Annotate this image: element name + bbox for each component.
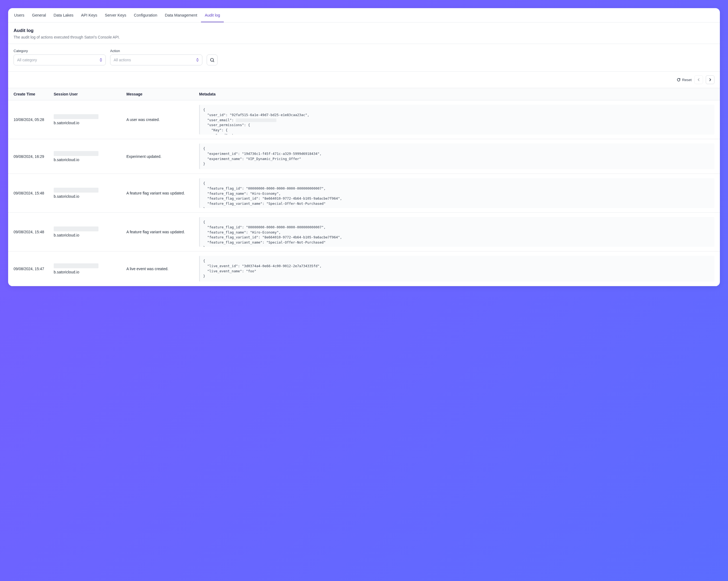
user-domain: b.satoricloud.io: [54, 158, 79, 162]
refresh-icon: [677, 78, 680, 82]
category-label: Category: [14, 49, 106, 53]
table-row: 10/08/2024, 05:28 b.satoricloud.io A use…: [8, 100, 720, 139]
tab-bar: Users General Data Lakes API Keys Server…: [8, 8, 720, 23]
redacted-value: [236, 118, 277, 122]
category-select[interactable]: All category: [14, 54, 106, 65]
table-row: 09/08/2024, 15:48 b.satoricloud.io A fea…: [8, 174, 720, 213]
cell-message: A live event was created.: [126, 267, 197, 271]
cell-metadata: { "live_event_id": "3d0374a4-0e66-4c00-9…: [199, 256, 714, 282]
cell-metadata: { "experiment_id": "19d736c1-f45f-471c-a…: [199, 143, 714, 169]
main-card: Users General Data Lakes API Keys Server…: [8, 8, 720, 286]
tab-configuration[interactable]: Configuration: [130, 8, 161, 22]
tab-data-management[interactable]: Data Management: [161, 8, 201, 22]
cell-metadata: { "feature_flag_id": "00000000-0000-0000…: [199, 178, 714, 208]
user-domain: b.satoricloud.io: [54, 121, 79, 125]
redacted-user: [54, 114, 99, 119]
chevron-updown-icon: [100, 58, 102, 62]
filter-bar: Category All category Action All actions: [8, 44, 720, 72]
col-session-user: Session User: [54, 92, 124, 96]
cell-create-time: 09/08/2024, 15:48: [14, 230, 52, 234]
chevron-updown-icon: [196, 58, 199, 62]
col-metadata: Metadata: [199, 92, 714, 96]
redacted-user: [54, 188, 99, 192]
chevron-left-icon: [697, 78, 700, 81]
cell-message: A user was created.: [126, 117, 197, 122]
redacted-user: [54, 263, 99, 268]
tab-general[interactable]: General: [28, 8, 50, 22]
tab-server-keys[interactable]: Server Keys: [101, 8, 130, 22]
cell-message: Experiment updated.: [126, 154, 197, 159]
cell-session-user: b.satoricloud.io: [54, 114, 124, 125]
tab-api-keys[interactable]: API Keys: [77, 8, 101, 22]
cell-create-time: 09/08/2024, 15:47: [14, 267, 52, 271]
cell-message: A feature flag variant was updated.: [126, 191, 197, 195]
redacted-user: [54, 151, 99, 156]
cell-message: A feature flag variant was updated.: [126, 230, 197, 234]
action-select[interactable]: All actions: [110, 54, 202, 65]
category-filter-group: Category All category: [14, 49, 106, 65]
cell-create-time: 09/08/2024, 16:29: [14, 154, 52, 159]
table-header: Create Time Session User Message Metadat…: [8, 88, 720, 100]
search-button[interactable]: [207, 54, 217, 65]
user-domain: b.satoricloud.io: [54, 233, 79, 237]
prev-page-button[interactable]: [694, 75, 703, 84]
action-label: Action: [110, 49, 202, 53]
table-row: 09/08/2024, 16:29 b.satoricloud.io Exper…: [8, 139, 720, 174]
category-placeholder: All category: [17, 58, 37, 62]
table-toolbar: Reset: [8, 72, 720, 88]
user-domain: b.satoricloud.io: [54, 270, 79, 274]
user-domain: b.satoricloud.io: [54, 194, 79, 199]
redacted-user: [54, 227, 99, 231]
tab-data-lakes[interactable]: Data Lakes: [50, 8, 77, 22]
cell-session-user: b.satoricloud.io: [54, 263, 124, 274]
col-create-time: Create Time: [14, 92, 52, 96]
col-message: Message: [126, 92, 197, 96]
cell-session-user: b.satoricloud.io: [54, 188, 124, 199]
cell-metadata: { "feature_flag_id": "00000000-0000-0000…: [199, 217, 714, 247]
cell-session-user: b.satoricloud.io: [54, 227, 124, 237]
search-icon: [210, 58, 214, 62]
section-header: Audit log The audit log of actions execu…: [8, 23, 720, 44]
table-row: 09/08/2024, 15:48 b.satoricloud.io A fea…: [8, 213, 720, 252]
chevron-right-icon: [708, 78, 712, 81]
next-page-button[interactable]: [706, 75, 714, 84]
tab-users[interactable]: Users: [10, 8, 28, 22]
action-filter-group: Action All actions: [110, 49, 202, 65]
page-title: Audit log: [14, 28, 714, 33]
reset-label: Reset: [682, 78, 692, 82]
cell-create-time: 10/08/2024, 05:28: [14, 117, 52, 122]
cell-create-time: 09/08/2024, 15:48: [14, 191, 52, 195]
action-placeholder: All actions: [114, 58, 131, 62]
cell-metadata: { "user_id": "92faf515-6a1e-49d7-bd25-e1…: [199, 105, 714, 135]
svg-line-1: [213, 61, 214, 61]
table-row: 09/08/2024, 15:47 b.satoricloud.io A liv…: [8, 252, 720, 286]
tab-audit-log[interactable]: Audit log: [201, 8, 224, 22]
page-subtitle: The audit log of actions executed throug…: [14, 35, 714, 39]
cell-session-user: b.satoricloud.io: [54, 151, 124, 162]
reset-button[interactable]: Reset: [677, 78, 692, 82]
